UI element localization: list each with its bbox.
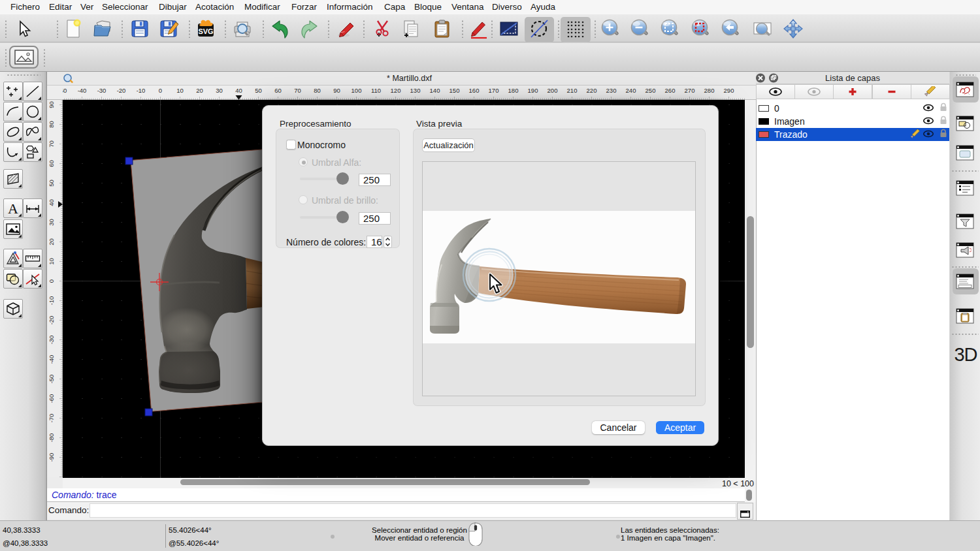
- svg-text:-40: -40: [48, 355, 55, 364]
- svg-text:150: 150: [449, 87, 460, 94]
- svg-text:-20: -20: [48, 316, 55, 325]
- svg-text:250: 250: [645, 87, 656, 94]
- svg-text:-60: -60: [48, 394, 55, 403]
- svg-text:10: 10: [176, 87, 184, 94]
- svg-text:-80: -80: [48, 433, 55, 443]
- svg-text:60: 60: [48, 160, 55, 167]
- svg-text:20: 20: [48, 238, 55, 245]
- svg-text:-30: -30: [97, 87, 106, 94]
- svg-text:30: 30: [48, 219, 55, 226]
- svg-text:160: 160: [469, 87, 480, 94]
- svg-text:260: 260: [665, 87, 676, 94]
- svg-text:-10: -10: [48, 296, 55, 306]
- svg-text:100: 100: [351, 87, 362, 94]
- svg-text:80: 80: [48, 121, 55, 128]
- svg-text:290: 290: [724, 87, 734, 94]
- svg-text:130: 130: [410, 87, 421, 94]
- svg-text:50: 50: [48, 180, 55, 187]
- svg-text:10: 10: [48, 258, 55, 265]
- svg-text:120: 120: [391, 87, 401, 94]
- svg-text:0: 0: [159, 87, 162, 94]
- svg-text:40: 40: [48, 199, 55, 206]
- svg-text:-30: -30: [48, 336, 55, 345]
- svg-text:-90: -90: [48, 453, 55, 462]
- svg-text:-50: -50: [63, 87, 67, 94]
- svg-text:280: 280: [704, 87, 715, 94]
- svg-text:220: 220: [587, 87, 597, 94]
- svg-text:190: 190: [528, 87, 538, 94]
- svg-text:270: 270: [685, 87, 695, 94]
- svg-text:230: 230: [606, 87, 617, 94]
- svg-text:70: 70: [294, 87, 301, 94]
- svg-text:80: 80: [314, 87, 321, 94]
- svg-text:30: 30: [216, 87, 223, 94]
- svg-text:170: 170: [489, 87, 499, 94]
- svg-text:140: 140: [430, 87, 440, 94]
- svg-text:240: 240: [626, 87, 636, 94]
- svg-text:110: 110: [371, 87, 381, 94]
- svg-text:SVG: SVG: [198, 27, 213, 35]
- svg-text:180: 180: [508, 87, 519, 94]
- svg-text:210: 210: [567, 87, 578, 94]
- svg-text:70: 70: [48, 140, 55, 148]
- svg-text:90: 90: [333, 87, 340, 94]
- svg-text:A: A: [8, 200, 18, 217]
- svg-text:-50: -50: [48, 375, 55, 384]
- svg-text:-10: -10: [137, 87, 146, 94]
- svg-text:200: 200: [547, 87, 558, 94]
- svg-text:-40: -40: [78, 87, 87, 94]
- svg-text:20: 20: [196, 87, 203, 94]
- svg-text:-20: -20: [117, 87, 126, 94]
- svg-text:40: 40: [235, 87, 242, 94]
- svg-text:0: 0: [48, 279, 55, 283]
- svg-text:-70: -70: [48, 414, 55, 423]
- svg-text:60: 60: [274, 87, 282, 94]
- svg-text:90: 90: [48, 101, 55, 108]
- svg-text:50: 50: [255, 87, 262, 94]
